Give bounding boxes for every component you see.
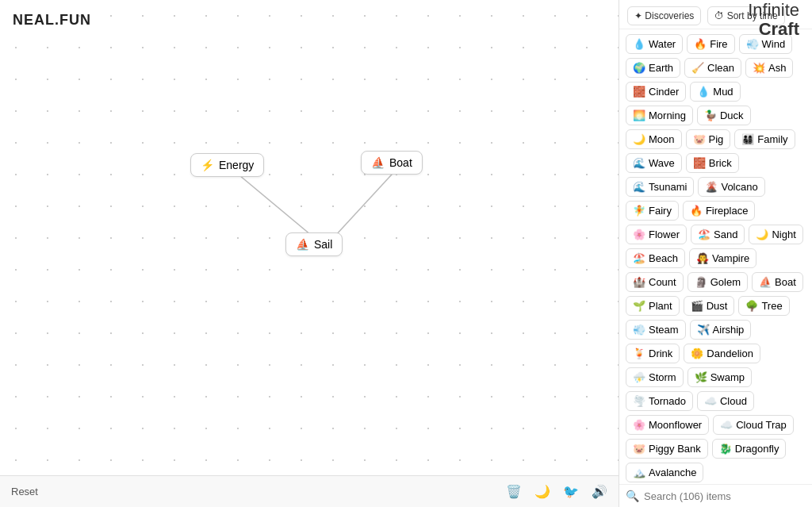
item-emoji: 🌪️	[633, 395, 645, 407]
item-label: Night	[772, 229, 795, 240]
item-label: Vampire	[712, 252, 749, 264]
share-icon[interactable]: 🐦	[563, 484, 579, 499]
item-label: Steam	[649, 324, 679, 336]
item-chip[interactable]: 🌍Earth	[626, 58, 680, 78]
item-emoji: 🦆	[704, 109, 717, 121]
panel-header: ✦ Discoveries ⏱ Sort by time	[619, 0, 812, 29]
item-emoji: ⛵	[759, 276, 772, 288]
item-chip[interactable]: 🌸Flower	[626, 225, 687, 244]
item-emoji: 🌅	[633, 109, 645, 121]
reset-button[interactable]: Reset	[11, 486, 38, 497]
item-chip[interactable]: ⛈️Storm	[626, 367, 684, 387]
toolbar-icons: 🗑️ 🌙 🐦 🔊	[506, 484, 607, 499]
item-chip[interactable]: 🌱Plant	[626, 296, 680, 316]
item-label: Family	[757, 133, 787, 145]
moon-icon[interactable]: 🌙	[534, 484, 550, 499]
item-emoji: 🌊	[633, 157, 645, 169]
item-label: Fairy	[649, 205, 672, 217]
item-chip[interactable]: 💧Mud	[690, 82, 740, 102]
item-chip[interactable]: ☁️Cloud Trap	[713, 415, 794, 435]
item-chip[interactable]: 🌳Tree	[738, 296, 789, 316]
item-label: Ash	[768, 62, 786, 74]
item-label: Piggy Bank	[649, 443, 701, 455]
item-chip[interactable]: 🧱Brick	[686, 153, 739, 173]
item-label: Dragonfly	[735, 443, 779, 455]
craft-node-boat[interactable]: ⛵Boat	[361, 151, 423, 175]
item-chip[interactable]: 🌅Morning	[626, 106, 693, 125]
item-label: Water	[649, 38, 676, 50]
item-emoji: 🌼	[691, 348, 703, 359]
item-chip[interactable]: 🧛Vampire	[689, 248, 756, 268]
item-chip[interactable]: 💨Steam	[626, 320, 686, 340]
item-chip[interactable]: 🌙Night	[749, 225, 802, 244]
item-chip[interactable]: 🗿Golem	[688, 272, 748, 292]
item-label: Pig	[709, 133, 724, 145]
item-chip[interactable]: 🌊Wave	[626, 153, 682, 173]
craft-node-sail[interactable]: ⛵Sail	[285, 232, 343, 256]
item-chip[interactable]: ☁️Cloud	[697, 391, 754, 411]
item-chip[interactable]: 🏖️Beach	[626, 248, 685, 268]
item-label: Storm	[649, 371, 676, 383]
trash-icon[interactable]: 🗑️	[506, 484, 522, 499]
item-chip[interactable]: ✈️Airship	[690, 320, 752, 340]
item-label: Tornado	[649, 395, 686, 407]
item-chip[interactable]: 🌿Swamp	[688, 367, 752, 387]
item-chip[interactable]: 🍹Drink	[626, 344, 680, 363]
item-emoji: 🌳	[745, 300, 758, 312]
item-label: Tree	[761, 300, 782, 312]
item-chip[interactable]: 🌼Dandelion	[684, 344, 760, 363]
item-chip[interactable]: 🌋Volcano	[698, 177, 764, 197]
item-chip[interactable]: 🐉Dragonfly	[712, 439, 787, 459]
item-chip[interactable]: 💧Water	[626, 34, 683, 54]
item-chip[interactable]: 🧚Fairy	[626, 201, 679, 221]
item-chip[interactable]: 🧱Cinder	[626, 82, 686, 102]
discoveries-button[interactable]: ✦ Discoveries	[627, 6, 701, 25]
item-chip[interactable]: 💨Wind	[739, 34, 793, 54]
sound-icon[interactable]: 🔊	[592, 484, 607, 499]
item-chip[interactable]: 🌪️Tornado	[626, 391, 693, 411]
items-list[interactable]: 💧Water🔥Fire💨Wind🌍Earth🧹Clean💥Ash🧱Cinder💧…	[619, 29, 812, 484]
search-input[interactable]	[644, 490, 806, 502]
item-chip[interactable]: 🌙Moon	[626, 129, 682, 149]
item-label: Swamp	[710, 371, 745, 383]
item-chip[interactable]: 🦆Duck	[697, 106, 751, 125]
item-label: Fire	[710, 38, 727, 50]
item-emoji: 🐷	[633, 443, 645, 455]
item-chip[interactable]: 🏔️Avalanche	[626, 463, 703, 482]
item-label: Moonflower	[649, 419, 702, 431]
craft-canvas[interactable]: ⚡Energy⛵Boat⛵Sail	[0, 0, 619, 476]
items-panel: ✦ Discoveries ⏱ Sort by time 💧Water🔥Fire…	[619, 0, 812, 507]
item-chip[interactable]: 🔥Fireplace	[683, 201, 755, 221]
item-label: Drink	[649, 348, 672, 359]
boat-emoji: ⛵	[371, 156, 385, 169]
item-label: Cinder	[649, 86, 679, 98]
item-label: Wave	[649, 157, 675, 169]
item-chip[interactable]: 🐷Piggy Bank	[626, 439, 708, 459]
energy-emoji: ⚡	[201, 159, 214, 171]
item-emoji: 💧	[697, 86, 710, 98]
item-chip[interactable]: 🎬Dust	[684, 296, 735, 316]
item-chip[interactable]: 🏖️Sand	[691, 225, 745, 244]
item-emoji: 🧹	[691, 62, 704, 74]
boat-label: Boat	[389, 156, 412, 169]
item-chip[interactable]: 🌸Moonflower	[626, 415, 709, 435]
item-chip[interactable]: 🏰Count	[626, 272, 684, 292]
item-emoji: 🎬	[691, 300, 703, 312]
item-label: Boat	[775, 276, 796, 288]
item-chip[interactable]: 👨‍👩‍👧‍👦Family	[734, 129, 795, 149]
craft-node-energy[interactable]: ⚡Energy	[190, 153, 264, 177]
item-chip[interactable]: 🌊Tsunami	[626, 177, 694, 197]
item-chip[interactable]: 🔥Fire	[687, 34, 734, 54]
sort-button[interactable]: ⏱ Sort by time	[707, 6, 784, 25]
item-chip[interactable]: 🐷Pig	[686, 129, 731, 149]
item-label: Moon	[649, 133, 675, 145]
item-emoji: 🌸	[633, 419, 645, 431]
item-label: Plant	[649, 300, 672, 312]
item-chip[interactable]: ⛵Boat	[752, 272, 803, 292]
item-chip[interactable]: 💥Ash	[745, 58, 793, 78]
item-chip[interactable]: 🧹Clean	[684, 58, 741, 78]
item-emoji: 🧚	[633, 205, 645, 217]
item-emoji: 💥	[753, 62, 765, 74]
item-emoji: ☁️	[704, 395, 717, 407]
item-label: Airship	[713, 324, 745, 336]
